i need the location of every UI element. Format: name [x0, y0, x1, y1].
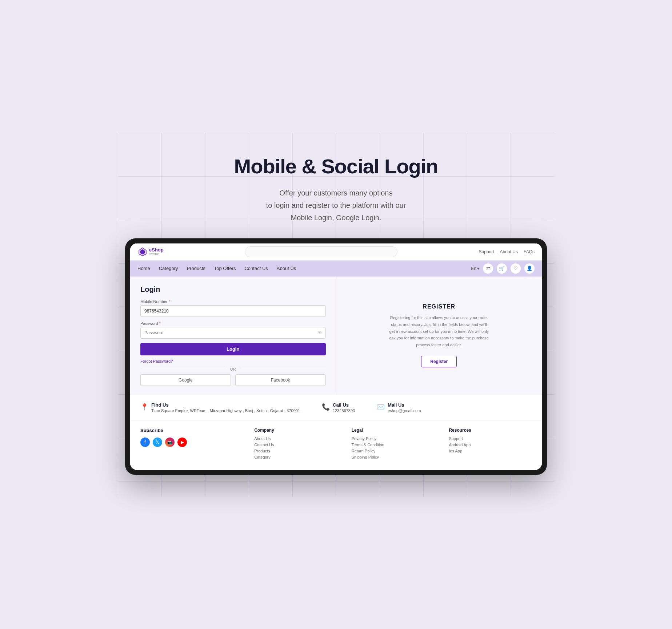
mobile-input[interactable]	[140, 305, 326, 317]
company-col-title: Company	[254, 428, 337, 433]
resources-link-android[interactable]: Android App	[449, 443, 532, 447]
outer-background: Mobile & Social Login Offer your custome…	[118, 133, 554, 497]
top-bar: eShop STORE Support About Us FAQs	[130, 243, 542, 261]
or-divider: OR	[140, 367, 326, 371]
password-input[interactable]	[140, 327, 326, 339]
main-content: Login Mobile Number * Password * 👁 Login…	[130, 277, 542, 395]
top-link-faqs[interactable]: FAQs	[524, 249, 535, 254]
twitter-social-icon[interactable]: 𝕏	[153, 438, 162, 447]
login-section: Login Mobile Number * Password * 👁 Login…	[130, 277, 336, 395]
mail-us-label: Mail Us	[388, 402, 421, 408]
mail-us-info: Mail Us eshop@gmail.com	[388, 402, 421, 413]
legal-link-terms[interactable]: Terms & Condition	[352, 443, 435, 447]
mail-icon: ✉️	[377, 403, 385, 411]
nav-home[interactable]: Home	[137, 266, 150, 271]
mail-us-item: ✉️ Mail Us eshop@gmail.com	[377, 402, 421, 413]
resources-link-ios[interactable]: Ios App	[449, 449, 532, 453]
legal-link-privacy[interactable]: Privacy Policy	[352, 436, 435, 441]
page-title: Mobile & Social Login	[125, 154, 547, 178]
register-description: Registering for this site allows you to …	[388, 314, 490, 348]
instagram-social-icon[interactable]: 📷	[165, 438, 175, 447]
logo-text-block: eShop STORE	[149, 247, 164, 256]
nav-products[interactable]: Products	[187, 266, 205, 271]
find-us-info: Find Us Time Square Empire, WRTeam , Mir…	[151, 402, 300, 413]
nav-links: Home Category Products Top Offers Contac…	[137, 266, 296, 271]
resources-col-title: Resources	[449, 428, 532, 433]
company-link-about[interactable]: About Us	[254, 436, 337, 441]
forgot-password-link[interactable]: Forgot Password?	[140, 359, 326, 363]
find-us-address: Time Square Empire, WRTeam , Mirzapar Hi…	[151, 408, 300, 413]
call-us-label: Call Us	[333, 402, 355, 408]
nav-bar: Home Category Products Top Offers Contac…	[130, 261, 542, 277]
facebook-social-icon[interactable]: f	[140, 438, 150, 447]
register-section: REGISTER Registering for this site allow…	[336, 277, 542, 395]
facebook-login-btn[interactable]: Facebook	[235, 374, 326, 386]
tablet-frame: eShop STORE Support About Us FAQs Home C…	[125, 238, 547, 475]
find-us-item: 📍 Find Us Time Square Empire, WRTeam , M…	[140, 402, 300, 413]
legal-link-return[interactable]: Return Policy	[352, 449, 435, 453]
footer-contact: 📍 Find Us Time Square Empire, WRTeam , M…	[130, 395, 542, 420]
top-link-about[interactable]: About Us	[500, 249, 518, 254]
location-icon: 📍	[140, 403, 148, 411]
required-star-2: *	[158, 321, 160, 326]
nav-about[interactable]: About Us	[277, 266, 296, 271]
register-button[interactable]: Register	[421, 356, 457, 367]
subscribe-section: Subscribe f 𝕏 📷 ▶	[140, 428, 240, 461]
resources-link-support[interactable]: Support	[449, 436, 532, 441]
lang-label: En	[471, 266, 476, 271]
call-us-item: 📞 Call Us 1234567890	[322, 402, 355, 413]
mail-us-email: eshop@gmail.com	[388, 408, 421, 413]
heart-icon-btn[interactable]: ♡	[511, 263, 521, 274]
logo-name: eShop	[149, 247, 164, 253]
nav-top-offers[interactable]: Top Offers	[214, 266, 236, 271]
call-us-info: Call Us 1234567890	[333, 402, 355, 413]
logo-area: eShop STORE	[137, 247, 164, 257]
top-link-support[interactable]: Support	[479, 249, 494, 254]
login-button[interactable]: Login	[140, 343, 326, 355]
user-icon-btn[interactable]: 👤	[524, 263, 535, 274]
call-us-number: 1234567890	[333, 408, 355, 413]
nav-right: En ▾ ⇄ 🛒 ♡ 👤	[471, 263, 535, 274]
password-wrapper: 👁	[140, 327, 326, 343]
required-star: *	[168, 299, 170, 304]
subscribe-title: Subscribe	[140, 428, 240, 433]
logo-icon	[137, 247, 148, 257]
or-text: OR	[230, 367, 236, 371]
chevron-down-icon: ▾	[477, 266, 479, 271]
phone-icon: 📞	[322, 403, 330, 411]
youtube-social-icon[interactable]: ▶	[177, 438, 187, 447]
page-header: Mobile & Social Login Offer your custome…	[118, 133, 554, 238]
mobile-label: Mobile Number *	[140, 299, 326, 304]
company-link-products[interactable]: Products	[254, 449, 337, 453]
login-title: Login	[140, 285, 326, 294]
footer-legal-col: Legal Privacy Policy Terms & Condition R…	[352, 428, 435, 461]
legal-link-shipping[interactable]: Shipping Policy	[352, 455, 435, 459]
eye-icon[interactable]: 👁	[318, 330, 322, 335]
language-btn[interactable]: En ▾	[471, 266, 479, 271]
register-title: REGISTER	[423, 303, 455, 310]
shuffle-icon-btn[interactable]: ⇄	[483, 263, 493, 274]
footer-resources-col: Resources Support Android App Ios App	[449, 428, 532, 461]
footer-bottom: Subscribe f 𝕏 📷 ▶ Company About Us Conta…	[130, 420, 542, 470]
company-link-category[interactable]: Category	[254, 455, 337, 459]
social-login-btns: Google Facebook	[140, 374, 326, 386]
nav-contact[interactable]: Contact Us	[244, 266, 268, 271]
find-us-label: Find Us	[151, 402, 300, 408]
tablet-screen: eShop STORE Support About Us FAQs Home C…	[130, 243, 542, 470]
nav-category[interactable]: Category	[159, 266, 178, 271]
company-link-contact[interactable]: Contact Us	[254, 443, 337, 447]
legal-col-title: Legal	[352, 428, 435, 433]
top-links: Support About Us FAQs	[479, 249, 535, 254]
google-login-btn[interactable]: Google	[140, 374, 231, 386]
footer-company-col: Company About Us Contact Us Products Cat…	[254, 428, 337, 461]
password-label: Password *	[140, 321, 326, 326]
page-subtitle: Offer your customers many options to log…	[241, 187, 431, 224]
social-icons: f 𝕏 📷 ▶	[140, 438, 240, 447]
search-input[interactable]	[245, 246, 397, 257]
cart-icon-btn[interactable]: 🛒	[497, 263, 507, 274]
logo-sub: STORE	[149, 253, 164, 256]
